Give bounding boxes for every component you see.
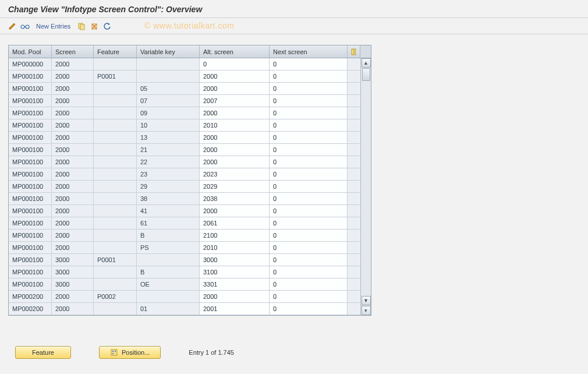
delete-icon[interactable] [89,21,100,31]
cell-altscreen[interactable]: 2010 [200,119,270,131]
col-header-modpool[interactable]: Mod. Pool [9,45,52,58]
cell-altscreen[interactable]: 2061 [200,217,270,229]
row-pad [348,83,360,94]
cell-altscreen[interactable]: 3100 [200,266,270,278]
scroll-thumb[interactable] [362,68,370,81]
table-row[interactable]: MP00010020001320000 [9,132,371,144]
table-row[interactable]: MP00010020004120000 [9,205,371,217]
col-header-altscreen[interactable]: Alt. screen [200,45,270,58]
cell-varkey: OE [137,278,200,290]
position-button[interactable]: Position... [99,346,161,359]
table-row[interactable]: MP00010020001020100 [9,119,371,132]
table-row[interactable]: MP0001002000P000120000 [9,70,371,83]
cell-nextscreen[interactable]: 0 [270,181,348,192]
cell-altscreen[interactable]: 2000 [200,107,270,119]
cell-feature [94,83,137,94]
cell-nextscreen[interactable]: 0 [270,230,348,241]
scroll-bottom-button[interactable]: ▾ [362,306,371,315]
cell-nextscreen[interactable]: 0 [270,156,348,168]
svg-rect-8 [352,49,354,55]
cell-nextscreen[interactable]: 0 [270,193,348,204]
cell-nextscreen[interactable]: 0 [270,242,348,253]
cell-altscreen[interactable]: 2000 [200,291,270,302]
row-pad [348,303,360,315]
scroll-down-button[interactable]: ▼ [362,296,371,305]
cell-altscreen[interactable]: 3301 [200,278,270,290]
table-row[interactable]: MP00010020002220000 [9,156,371,168]
cell-altscreen[interactable]: 2023 [200,168,270,180]
cell-altscreen[interactable]: 2038 [200,193,270,204]
row-pad [348,193,360,204]
table-row[interactable]: MP0001003000OE33010 [9,278,371,291]
table-row[interactable]: MP0001002000B21000 [9,230,371,242]
cell-nextscreen[interactable]: 0 [270,95,348,107]
cell-varkey [137,291,200,302]
cell-altscreen[interactable]: 2000 [200,144,270,156]
table-row[interactable]: MP00010020002120000 [9,144,371,156]
cell-varkey: 05 [137,83,200,94]
cell-nextscreen[interactable]: 0 [270,70,348,82]
cell-altscreen[interactable]: 2000 [200,83,270,94]
undo-icon[interactable] [102,21,112,31]
vertical-scrollbar[interactable]: ▲ ▼ ▾ [360,58,371,315]
table-row[interactable]: MP00010020000520000 [9,83,371,95]
cell-altscreen[interactable]: 3000 [200,254,270,266]
cell-modpool: MP000100 [9,132,52,143]
cell-screen: 2000 [52,303,94,315]
cell-nextscreen[interactable]: 0 [270,58,348,70]
new-entries-button[interactable]: New Entries [33,23,74,30]
cell-varkey: 41 [137,205,200,217]
table-row[interactable]: MP00010020000720070 [9,95,371,107]
cell-nextscreen[interactable]: 0 [270,254,348,266]
table-row[interactable]: MP00010020006120610 [9,217,371,230]
table-row[interactable]: MP0002002000P000220000 [9,291,371,303]
cell-nextscreen[interactable]: 0 [270,266,348,278]
cell-altscreen[interactable]: 2001 [200,303,270,315]
cell-nextscreen[interactable]: 0 [270,278,348,290]
cell-nextscreen[interactable]: 0 [270,205,348,217]
cell-modpool: MP000100 [9,70,52,82]
cell-nextscreen[interactable]: 0 [270,144,348,156]
cell-altscreen[interactable]: 2007 [200,95,270,107]
table-row[interactable]: MP00020020000120010 [9,303,371,315]
cell-nextscreen[interactable]: 0 [270,119,348,131]
col-header-varkey[interactable]: Variable key [137,45,200,58]
table-row[interactable]: MP00010020002920290 [9,181,371,193]
data-grid: Mod. Pool Screen Feature Variable key Al… [8,45,371,316]
cell-altscreen[interactable]: 2000 [200,132,270,143]
cell-altscreen[interactable]: 2000 [200,205,270,217]
cell-altscreen[interactable]: 2029 [200,181,270,192]
cell-altscreen[interactable]: 2010 [200,242,270,253]
cell-nextscreen[interactable]: 0 [270,291,348,302]
cell-altscreen[interactable]: 2100 [200,230,270,241]
row-pad [348,168,360,180]
cell-feature [94,303,137,315]
change-icon[interactable] [7,21,17,31]
copy-icon[interactable] [76,21,87,31]
table-row[interactable]: MP0001003000B31000 [9,266,371,278]
table-row[interactable]: MP000000200000 [9,58,371,70]
configure-columns-icon[interactable] [348,45,360,58]
col-header-feature[interactable]: Feature [94,45,137,58]
cell-altscreen[interactable]: 0 [200,58,270,70]
cell-feature [94,107,137,119]
table-row[interactable]: MP00010020003820380 [9,193,371,205]
table-row[interactable]: MP00010020000920000 [9,107,371,119]
feature-button[interactable]: Feature [15,346,71,359]
col-header-screen[interactable]: Screen [52,45,94,58]
cell-altscreen[interactable]: 2000 [200,70,270,82]
cell-altscreen[interactable]: 2000 [200,156,270,168]
table-row[interactable]: MP00010020002320230 [9,168,371,181]
cell-nextscreen[interactable]: 0 [270,217,348,229]
table-row[interactable]: MP0001003000P000130000 [9,254,371,266]
cell-nextscreen[interactable]: 0 [270,303,348,315]
footer-bar: Feature Position... Entry 1 of 1.745 [15,346,234,359]
cell-nextscreen[interactable]: 0 [270,107,348,119]
col-header-nextscreen[interactable]: Next screen [270,45,348,58]
cell-nextscreen[interactable]: 0 [270,83,348,94]
glasses-icon[interactable] [20,21,30,31]
table-row[interactable]: MP0001002000PS20100 [9,242,371,254]
cell-nextscreen[interactable]: 0 [270,168,348,180]
cell-nextscreen[interactable]: 0 [270,132,348,143]
scroll-up-button[interactable]: ▲ [362,58,371,68]
